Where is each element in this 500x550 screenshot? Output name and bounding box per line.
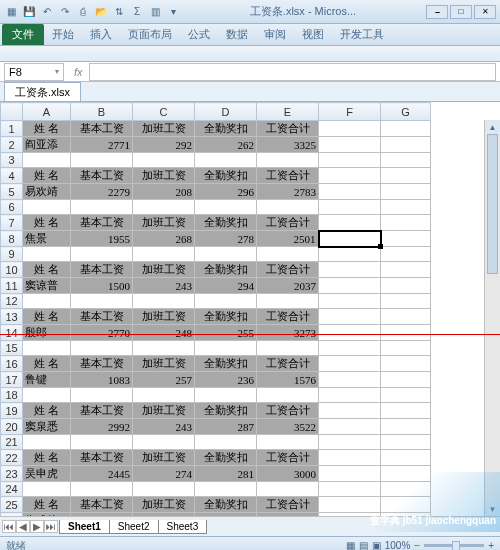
cell-G8[interactable]	[381, 231, 431, 247]
cell-A20[interactable]: 窦泉悉	[23, 419, 71, 435]
cell-F21[interactable]	[319, 435, 381, 450]
cell-E10[interactable]: 工资合计	[257, 262, 319, 278]
cell-F3[interactable]	[319, 153, 381, 168]
cell-G17[interactable]	[381, 372, 431, 388]
cell-E26[interactable]: 2672	[257, 513, 319, 517]
cell-D25[interactable]: 全勤奖扣	[195, 497, 257, 513]
row-header-24[interactable]: 24	[1, 482, 23, 497]
row-header-5[interactable]: 5	[1, 184, 23, 200]
cell-C3[interactable]	[133, 153, 195, 168]
cell-C16[interactable]: 加班工资	[133, 356, 195, 372]
cell-G23[interactable]	[381, 466, 431, 482]
cell-B10[interactable]: 基本工资	[71, 262, 133, 278]
cell-F2[interactable]	[319, 137, 381, 153]
cell-E12[interactable]	[257, 294, 319, 309]
row-header-12[interactable]: 12	[1, 294, 23, 309]
cell-G25[interactable]	[381, 497, 431, 513]
cell-C13[interactable]: 加班工资	[133, 309, 195, 325]
cell-F6[interactable]	[319, 200, 381, 215]
tab-dev[interactable]: 开发工具	[332, 24, 392, 45]
tab-insert[interactable]: 插入	[82, 24, 120, 45]
cell-B5[interactable]: 2279	[71, 184, 133, 200]
cell-D13[interactable]: 全勤奖扣	[195, 309, 257, 325]
sheet-tab-3[interactable]: Sheet3	[158, 520, 208, 534]
cell-E13[interactable]: 工资合计	[257, 309, 319, 325]
cell-D26[interactable]: 244	[195, 513, 257, 517]
zoom-slider[interactable]	[424, 544, 484, 547]
row-header-6[interactable]: 6	[1, 200, 23, 215]
more-icon[interactable]: ▾	[166, 5, 180, 19]
cell-F10[interactable]	[319, 262, 381, 278]
cell-F8[interactable]	[319, 231, 381, 247]
cell-E21[interactable]	[257, 435, 319, 450]
tab-layout[interactable]: 页面布局	[120, 24, 180, 45]
sum-icon[interactable]: Σ	[130, 5, 144, 19]
cell-G15[interactable]	[381, 341, 431, 356]
cell-A2[interactable]: 阎亚添	[23, 137, 71, 153]
cell-F19[interactable]	[319, 403, 381, 419]
cell-D1[interactable]: 全勤奖扣	[195, 121, 257, 137]
scroll-down-icon[interactable]: ▼	[485, 502, 500, 516]
spreadsheet-grid[interactable]: ABCDEFG1姓 名基本工资加班工资全勤奖扣工资合计2阎亚添277129226…	[0, 102, 431, 516]
row-header-23[interactable]: 23	[1, 466, 23, 482]
row-header-2[interactable]: 2	[1, 137, 23, 153]
cell-B3[interactable]	[71, 153, 133, 168]
cell-C20[interactable]: 243	[133, 419, 195, 435]
col-header-F[interactable]: F	[319, 103, 381, 121]
cell-D14[interactable]: 255	[195, 325, 257, 341]
cell-F13[interactable]	[319, 309, 381, 325]
cell-B2[interactable]: 2771	[71, 137, 133, 153]
cell-C11[interactable]: 243	[133, 278, 195, 294]
cell-D11[interactable]: 294	[195, 278, 257, 294]
cell-G18[interactable]	[381, 388, 431, 403]
cell-A24[interactable]	[23, 482, 71, 497]
cell-E20[interactable]: 3522	[257, 419, 319, 435]
row-header-19[interactable]: 19	[1, 403, 23, 419]
cell-B18[interactable]	[71, 388, 133, 403]
row-header-10[interactable]: 10	[1, 262, 23, 278]
formula-input[interactable]	[89, 63, 496, 81]
cell-B1[interactable]: 基本工资	[71, 121, 133, 137]
cell-F11[interactable]	[319, 278, 381, 294]
cell-G21[interactable]	[381, 435, 431, 450]
cell-A22[interactable]: 姓 名	[23, 450, 71, 466]
cell-E6[interactable]	[257, 200, 319, 215]
cell-D21[interactable]	[195, 435, 257, 450]
sort-icon[interactable]: ⇅	[112, 5, 126, 19]
row-header-4[interactable]: 4	[1, 168, 23, 184]
cell-C5[interactable]: 208	[133, 184, 195, 200]
cell-E4[interactable]: 工资合计	[257, 168, 319, 184]
col-header-corner[interactable]	[1, 103, 23, 121]
cell-A21[interactable]	[23, 435, 71, 450]
cell-G13[interactable]	[381, 309, 431, 325]
cell-C8[interactable]: 268	[133, 231, 195, 247]
cell-A6[interactable]	[23, 200, 71, 215]
vertical-scrollbar[interactable]: ▲ ▼	[484, 120, 500, 516]
cell-E16[interactable]: 工资合计	[257, 356, 319, 372]
row-header-9[interactable]: 9	[1, 247, 23, 262]
cell-D23[interactable]: 281	[195, 466, 257, 482]
col-header-B[interactable]: B	[71, 103, 133, 121]
cell-B7[interactable]: 基本工资	[71, 215, 133, 231]
row-header-1[interactable]: 1	[1, 121, 23, 137]
cell-B21[interactable]	[71, 435, 133, 450]
cell-D9[interactable]	[195, 247, 257, 262]
cell-G5[interactable]	[381, 184, 431, 200]
row-header-22[interactable]: 22	[1, 450, 23, 466]
row-header-26[interactable]: 26	[1, 513, 23, 517]
cell-B24[interactable]	[71, 482, 133, 497]
chart-icon[interactable]: ▥	[148, 5, 162, 19]
fx-icon[interactable]: fx	[74, 66, 83, 78]
tab-review[interactable]: 审阅	[256, 24, 294, 45]
cell-F1[interactable]	[319, 121, 381, 137]
cell-A8[interactable]: 焦景	[23, 231, 71, 247]
sheet-first-icon[interactable]: ⏮	[2, 520, 16, 533]
cell-F25[interactable]	[319, 497, 381, 513]
minimize-button[interactable]: ‒	[426, 5, 448, 19]
cell-C22[interactable]: 加班工资	[133, 450, 195, 466]
cell-F20[interactable]	[319, 419, 381, 435]
cell-E24[interactable]	[257, 482, 319, 497]
open-icon[interactable]: 📂	[94, 5, 108, 19]
cell-E18[interactable]	[257, 388, 319, 403]
cell-A14[interactable]: 殷郎	[23, 325, 71, 341]
